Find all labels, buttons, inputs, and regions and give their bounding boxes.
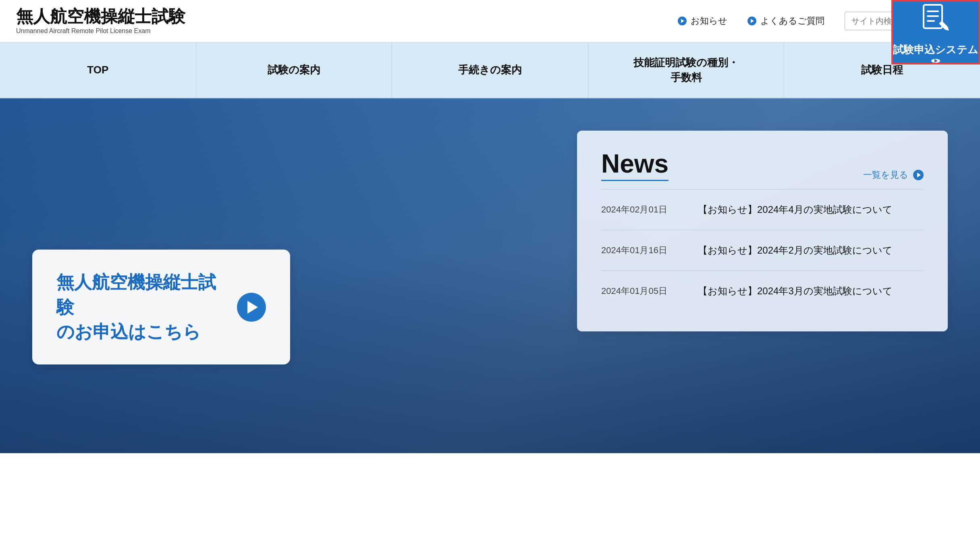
news-text-1: 【お知らせ】2024年4月の実地試験について: [698, 202, 893, 217]
exam-apply-arrow-icon: [931, 59, 940, 63]
nav-oshirase-label: お知らせ: [691, 15, 727, 27]
cta-line2: のお申込はこちら: [56, 319, 221, 344]
exam-apply-button[interactable]: 試験申込システム: [891, 0, 980, 65]
cta-line1: 無人航空機操縦士試験: [56, 270, 221, 319]
main-nav-bar: TOP 試験の案内 手続きの案内 技能証明試験の種別・ 手数料 試験日程: [0, 42, 980, 98]
document-edit-icon: [920, 2, 952, 40]
news-title: News: [601, 151, 669, 181]
news-date-2: 2024年01月16日: [601, 244, 682, 256]
nav-procedure[interactable]: 手続きの案内: [392, 42, 588, 98]
news-text-2: 【お知らせ】2024年2月の実地試験について: [698, 243, 893, 258]
news-header: News 一覧を見る: [601, 151, 924, 181]
nav-faq-label: よくあるご質問: [760, 15, 824, 27]
news-item-1[interactable]: 2024年02月01日 【お知らせ】2024年4月の実地試験について: [601, 189, 924, 230]
news-text-3: 【お知らせ】2024年3月の実地試験について: [698, 284, 893, 298]
nav-exam-guide[interactable]: 試験の案内: [196, 42, 392, 98]
news-date-3: 2024年01月05日: [601, 285, 682, 297]
site-logo: 無人航空機操縦士試験 Unmanned Aircraft Remote Pilo…: [16, 7, 185, 35]
cta-box[interactable]: 無人航空機操縦士試験 のお申込はこちら: [32, 250, 290, 364]
nav-top[interactable]: TOP: [0, 42, 196, 98]
news-panel: News 一覧を見る 2024年02月01日 【お知らせ】2024年4月の実地試…: [577, 131, 948, 331]
hero-section: 無人航空機操縦士試験 のお申込はこちら News 一覧を見る 2024年02月0…: [0, 98, 980, 453]
news-item-3[interactable]: 2024年01月05日 【お知らせ】2024年3月の実地試験について: [601, 271, 924, 311]
logo-title: 無人航空機操縦士試験: [16, 7, 185, 26]
header: 無人航空機操縦士試験 Unmanned Aircraft Remote Pilo…: [0, 0, 980, 42]
logo-subtitle: Unmanned Aircraft Remote Pilot License E…: [16, 27, 185, 35]
news-item-2[interactable]: 2024年01月16日 【お知らせ】2024年2月の実地試験について: [601, 230, 924, 271]
cta-text: 無人航空機操縦士試験 のお申込はこちら: [56, 270, 221, 344]
exam-apply-label: 試験申込システム: [893, 43, 978, 57]
nav-faq-dot-icon: [747, 17, 756, 25]
news-view-all-arrow-icon: [913, 170, 924, 180]
nav-oshirase[interactable]: お知らせ: [678, 15, 727, 27]
cta-arrow-button[interactable]: [237, 293, 266, 322]
news-view-all-label: 一覧を見る: [863, 169, 908, 181]
nav-dot-icon: [678, 17, 687, 25]
news-date-1: 2024年02月01日: [601, 204, 682, 216]
news-view-all-button[interactable]: 一覧を見る: [863, 169, 924, 181]
nav-faq[interactable]: よくあるご質問: [747, 15, 824, 27]
nav-exam-types[interactable]: 技能証明試験の種別・ 手数料: [588, 42, 785, 98]
